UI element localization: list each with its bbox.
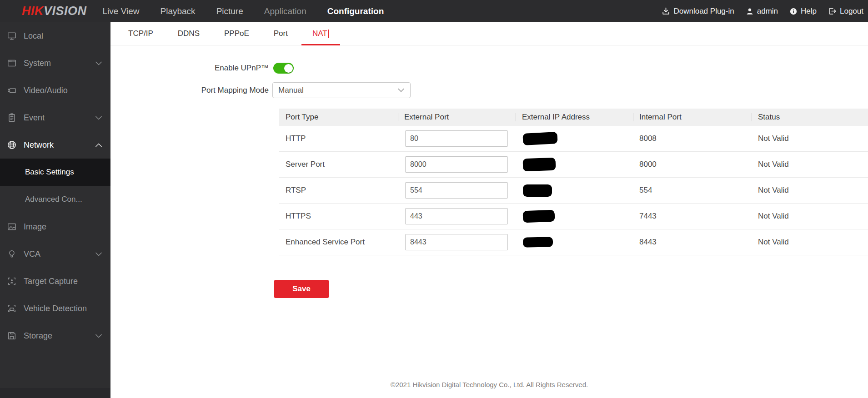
sidebar-item-label: Target Capture <box>24 277 78 286</box>
target-capture-icon <box>7 276 17 286</box>
external-port-input[interactable] <box>405 182 508 199</box>
table-row: Enhanced Service Port 8443 Not Valid <box>279 229 868 255</box>
column-header-port-type: Port Type <box>279 109 398 126</box>
help-label: Help <box>801 7 817 16</box>
external-port-input[interactable] <box>405 130 508 147</box>
sidebar: Local System Video/Audio Event Network <box>0 22 110 398</box>
tab-port[interactable]: Port <box>261 22 300 45</box>
external-port-input[interactable] <box>405 208 508 224</box>
sidebar-item-label: Vehicle Detection <box>24 304 87 313</box>
column-header-external-port: External Port <box>398 109 516 126</box>
external-ip-cell <box>516 184 633 197</box>
redacted-ip <box>522 132 557 145</box>
redacted-ip <box>523 158 556 171</box>
download-plugin-button[interactable]: Download Plug-in <box>662 7 734 16</box>
port-type-cell: HTTPS <box>279 212 398 221</box>
chevron-down-icon <box>95 334 102 338</box>
external-ip-cell <box>516 210 633 222</box>
save-button[interactable]: Save <box>274 280 329 298</box>
nat-settings-panel: Enable UPnP™ Port Mapping Mode Manual Po… <box>110 45 868 398</box>
lightbulb-icon <box>7 249 17 259</box>
network-globe-icon <box>7 140 17 150</box>
table-row: Server Port 8000 Not Valid <box>279 152 868 178</box>
logo-vision: VISION <box>44 4 87 18</box>
redacted-ip <box>523 237 553 247</box>
upnp-toggle[interactable] <box>273 63 294 74</box>
monitor-icon <box>7 31 17 41</box>
tab-label: Port <box>274 29 288 38</box>
sidebar-item-event[interactable]: Event <box>0 104 110 131</box>
logout-button[interactable]: Logout <box>828 7 863 16</box>
tab-nat[interactable]: NAT <box>300 22 341 45</box>
tab-label: DDNS <box>178 29 200 38</box>
nav-live-view[interactable]: Live View <box>92 0 150 22</box>
sidebar-item-advanced-configuration[interactable]: Advanced Con... <box>0 186 110 213</box>
user-icon <box>746 7 754 15</box>
sidebar-item-storage[interactable]: Storage <box>0 322 110 349</box>
nav-application[interactable]: Application <box>254 0 317 22</box>
help-icon <box>789 7 798 15</box>
help-button[interactable]: Help <box>789 7 817 16</box>
status-cell: Not Valid <box>752 238 868 247</box>
sidebar-item-video-audio[interactable]: Video/Audio <box>0 77 110 104</box>
port-type-cell: Server Port <box>279 160 398 169</box>
external-port-input[interactable] <box>405 234 508 250</box>
sidebar-item-label: Image <box>24 222 46 232</box>
table-row: HTTP 8008 Not Valid <box>279 126 868 152</box>
external-port-cell <box>398 156 516 173</box>
sidebar-item-local[interactable]: Local <box>0 22 110 50</box>
external-port-input[interactable] <box>405 156 508 173</box>
chevron-up-icon <box>95 143 102 147</box>
system-window-icon <box>7 58 17 68</box>
sidebar-item-label: Network <box>24 140 54 150</box>
port-mapping-table: Port Type External Port External IP Addr… <box>279 109 868 255</box>
sidebar-item-target-capture[interactable]: Target Capture <box>0 268 110 295</box>
internal-port-cell: 8000 <box>633 160 752 169</box>
external-port-cell <box>398 130 516 147</box>
port-type-cell: HTTP <box>279 134 398 143</box>
external-ip-cell <box>516 158 633 171</box>
sidebar-subitem-label: Basic Settings <box>25 168 74 177</box>
port-type-cell: Enhanced Service Port <box>279 238 398 247</box>
tab-label: TCP/IP <box>128 29 153 38</box>
redacted-ip <box>523 184 552 197</box>
logo-hik: HIK <box>22 4 44 18</box>
sidebar-item-basic-settings[interactable]: Basic Settings <box>0 159 110 186</box>
tab-pppoe[interactable]: PPPoE <box>212 22 261 45</box>
port-mapping-selected-value: Manual <box>278 86 304 95</box>
tab-tcpip[interactable]: TCP/IP <box>116 22 166 45</box>
sidebar-item-system[interactable]: System <box>0 50 110 77</box>
sidebar-item-label: Local <box>24 31 43 41</box>
tab-ddns[interactable]: DDNS <box>166 22 212 45</box>
image-icon <box>7 222 17 232</box>
event-clipboard-icon <box>7 113 17 123</box>
port-mapping-select[interactable]: Manual <box>272 82 411 98</box>
redacted-ip <box>523 210 555 223</box>
vehicle-detection-icon <box>7 303 17 313</box>
navbar-tools: Download Plug-in admin Help Logout <box>662 7 868 16</box>
user-menu[interactable]: admin <box>746 7 778 16</box>
table-header-row: Port Type External Port External IP Addr… <box>279 109 868 126</box>
copyright-footer: ©2021 Hikvision Digital Technology Co., … <box>110 381 868 388</box>
sidebar-item-vca[interactable]: VCA <box>0 240 110 268</box>
port-type-cell: RTSP <box>279 186 398 195</box>
status-cell: Not Valid <box>752 134 868 143</box>
nav-playback[interactable]: Playback <box>150 0 206 22</box>
external-port-cell <box>398 182 516 199</box>
port-mapping-row: Port Mapping Mode Manual <box>110 82 868 98</box>
sidebar-item-network[interactable]: Network <box>0 131 110 159</box>
top-navbar: HIKVISION Live View Playback Picture App… <box>0 0 868 22</box>
external-ip-cell <box>516 133 633 144</box>
logout-label: Logout <box>840 7 863 16</box>
nav-picture[interactable]: Picture <box>206 0 254 22</box>
chevron-down-icon <box>95 116 102 120</box>
table-row: HTTPS 7443 Not Valid <box>279 204 868 229</box>
nav-configuration[interactable]: Configuration <box>317 0 395 22</box>
toggle-knob <box>284 64 293 73</box>
username-label: admin <box>757 7 778 16</box>
download-plugin-label: Download Plug-in <box>673 7 734 16</box>
hikvision-logo: HIKVISION <box>22 4 87 18</box>
sidebar-item-vehicle-detection[interactable]: Vehicle Detection <box>0 295 110 322</box>
sidebar-item-image[interactable]: Image <box>0 213 110 240</box>
external-port-cell <box>398 208 516 224</box>
